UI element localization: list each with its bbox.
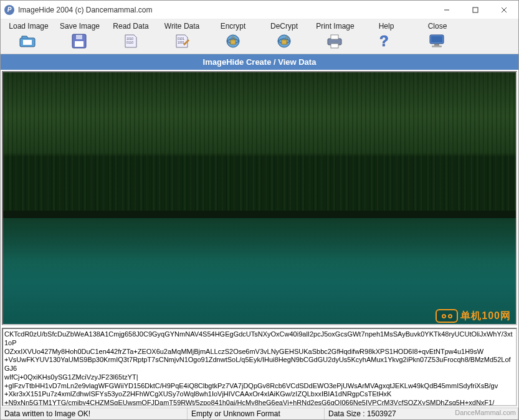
svg-rect-8 bbox=[76, 35, 82, 39]
print-image-button[interactable]: Print Image bbox=[310, 21, 361, 51]
svg-rect-18 bbox=[331, 35, 338, 39]
question-icon: ? bbox=[375, 32, 398, 50]
status-credit: DanceMammal.com bbox=[455, 409, 516, 416]
toolbar-label: Write Data bbox=[164, 22, 199, 31]
unlock-globe-icon bbox=[273, 32, 295, 50]
toolbar-label: Print Image bbox=[316, 22, 354, 31]
svg-text:1001: 1001 bbox=[178, 41, 184, 44]
image-preview: 单机100网 bbox=[2, 71, 517, 325]
toolbar-label: DeCrypt bbox=[270, 22, 298, 31]
toolbar-label: Read Data bbox=[113, 22, 148, 31]
save-image-button[interactable]: Save Image bbox=[54, 21, 105, 51]
titlebar: P ImageHide 2004 (c) Dancemammal.com bbox=[1, 1, 518, 19]
lock-globe-icon bbox=[222, 32, 244, 50]
svg-rect-22 bbox=[431, 36, 442, 42]
toolbar-label: Help bbox=[379, 22, 394, 31]
svg-rect-5 bbox=[23, 40, 32, 45]
toolbar-label: Close bbox=[428, 22, 447, 31]
minimize-button[interactable] bbox=[432, 1, 461, 19]
banner: ImageHide Create / View Data bbox=[1, 54, 518, 70]
svg-rect-14 bbox=[231, 40, 236, 44]
read-data-button[interactable]: Read Data 10100110 bbox=[105, 21, 156, 51]
load-image-button[interactable]: Load Image bbox=[3, 21, 54, 51]
data-textarea[interactable] bbox=[3, 329, 516, 405]
monitor-icon bbox=[426, 32, 449, 50]
window-controls bbox=[432, 1, 518, 19]
svg-text:0110: 0110 bbox=[126, 41, 133, 44]
svg-rect-1 bbox=[473, 7, 478, 12]
printer-icon bbox=[324, 32, 346, 50]
watermark-text: 单机100网 bbox=[460, 310, 511, 323]
data-textarea-wrap bbox=[2, 328, 517, 406]
folder-open-icon bbox=[17, 32, 40, 50]
write-data-button[interactable]: Write Data 01011001 bbox=[156, 21, 207, 51]
floppy-disk-icon bbox=[69, 32, 91, 50]
help-button[interactable]: Help ? bbox=[361, 21, 412, 51]
binary-write-icon: 01011001 bbox=[171, 32, 193, 50]
binary-sheet-icon: 10100110 bbox=[120, 32, 142, 50]
toolbar: Load Image Save Image Read Data 10100110… bbox=[1, 19, 518, 54]
status-write-result: Data written to Image OK! bbox=[1, 408, 188, 419]
app-icon: P bbox=[4, 5, 14, 15]
watermark-logo-icon bbox=[436, 309, 458, 323]
close-window-button[interactable] bbox=[490, 1, 518, 19]
watermark: 单机100网 bbox=[436, 309, 513, 323]
close-button[interactable]: Close bbox=[412, 21, 463, 51]
svg-rect-23 bbox=[434, 44, 439, 45]
decrypt-button[interactable]: DeCrypt bbox=[259, 21, 310, 51]
toolbar-label: Encrypt bbox=[221, 22, 246, 31]
svg-text:?: ? bbox=[379, 32, 389, 49]
svg-rect-7 bbox=[75, 41, 83, 47]
toolbar-label: Save Image bbox=[60, 22, 100, 31]
statusbar: Data written to Image OK! Empty or Unkno… bbox=[1, 408, 518, 419]
svg-rect-16 bbox=[282, 40, 287, 44]
status-format: Empty or Unknown Format bbox=[188, 408, 325, 419]
encrypt-button[interactable]: Encrypt bbox=[207, 21, 259, 51]
maximize-button[interactable] bbox=[461, 1, 490, 19]
window-title: ImageHide 2004 (c) Dancemammal.com bbox=[18, 6, 432, 14]
toolbar-label: Load Image bbox=[9, 22, 48, 31]
svg-rect-24 bbox=[432, 45, 442, 47]
svg-rect-19 bbox=[331, 44, 338, 48]
